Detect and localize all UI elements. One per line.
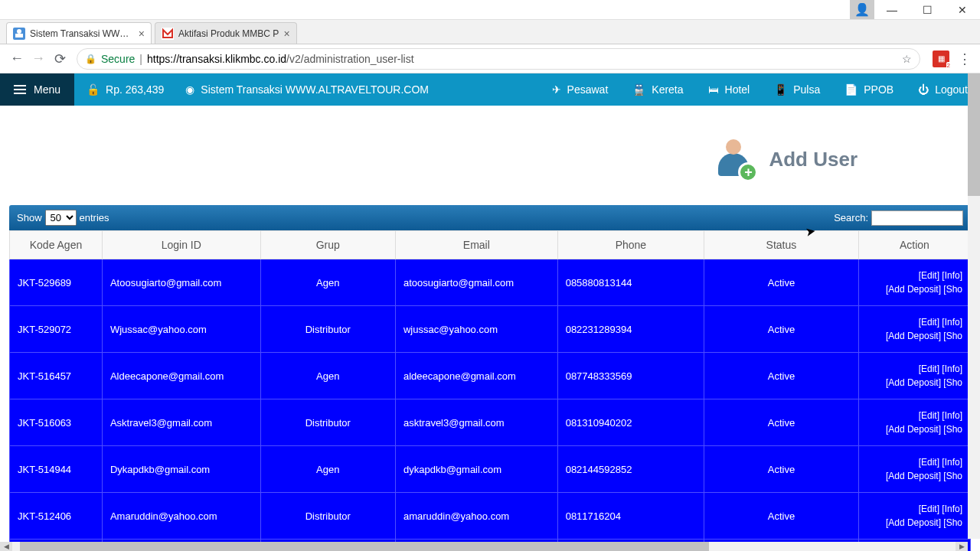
divider: | <box>139 53 142 65</box>
browser-tab-active[interactable]: Sistem Transaksi WWW.A × <box>6 22 152 44</box>
cell-status: Active <box>704 259 859 306</box>
col-phone[interactable]: Phone <box>557 231 704 259</box>
nav-kereta[interactable]: 🚆Kereta <box>620 73 695 106</box>
hamburger-icon <box>14 85 26 94</box>
cell-email: asktravel3@gmail.com <box>395 399 557 446</box>
cell-email: dykapdkb@gmail.com <box>395 446 557 493</box>
bed-icon: 🛏 <box>708 83 719 96</box>
svg-rect-1 <box>15 34 23 37</box>
cell-email: wjussac@yahoo.com <box>395 306 557 353</box>
page-size-select[interactable]: 50 <box>45 210 77 226</box>
unlock-icon: 🔓 <box>87 83 100 96</box>
cell-actions: [Edit] [Info][Add Deposit] [Sho <box>858 259 970 306</box>
col-kode[interactable]: Kode Agen <box>10 231 103 259</box>
menu-button[interactable]: Menu <box>0 73 74 106</box>
add-user-icon: + <box>712 136 758 182</box>
nav-reload-icon[interactable]: ⟳ <box>49 48 70 70</box>
action-deposit[interactable]: [Add Deposit] [Sho <box>886 471 962 481</box>
cell-login: Dykapdkb@gmail.com <box>102 446 260 493</box>
cell-status: Active <box>704 353 859 399</box>
tab-title: Sistem Transaksi WWW.A <box>30 28 134 39</box>
table-row[interactable]: JKT-529072Wjussac@yahoo.comDistributorwj… <box>10 306 971 353</box>
action-edit-info[interactable]: [Edit] [Info] <box>919 317 962 328</box>
add-user-button[interactable]: + Add User <box>0 106 980 205</box>
table-row[interactable]: JKT-512406Amaruddin@yahoo.comDistributor… <box>10 493 971 540</box>
browser-menu-icon[interactable]: ⋮ <box>956 51 974 67</box>
table-row[interactable]: JKT-514944Dykapdkb@gmail.comAgendykapdkb… <box>10 446 971 493</box>
window-titlebar: 👤 — ☐ ✕ <box>0 0 980 20</box>
action-edit-info[interactable]: [Edit] [Info] <box>919 364 962 374</box>
search-input[interactable] <box>871 210 963 226</box>
balance-display[interactable]: 🔓 Rp. 263,439 <box>74 73 176 106</box>
table-header-row: Kode Agen Login ID Grup Email Phone Stat… <box>10 231 971 259</box>
cell-phone: 081310940202 <box>557 399 704 446</box>
scroll-left-icon[interactable]: ◀ <box>0 542 12 551</box>
vertical-scrollbar[interactable] <box>968 73 980 539</box>
cell-login: Asktravel3@gmail.com <box>102 399 260 446</box>
action-edit-info[interactable]: [Edit] [Info] <box>919 270 962 281</box>
extension-icon[interactable]: ▦2 <box>933 51 949 67</box>
tab-close-icon[interactable]: × <box>139 28 145 40</box>
table-controls: Show 50 entries Search: <box>9 205 971 230</box>
scroll-right-icon[interactable]: ▶ <box>956 542 968 551</box>
nav-pulsa[interactable]: 📱Pulsa <box>762 73 832 106</box>
table-row[interactable]: JKT-529689Atoosugiarto@gmail.comAgenatoo… <box>10 259 971 306</box>
action-deposit[interactable]: [Add Deposit] [Sho <box>886 424 962 435</box>
window-minimize[interactable]: — <box>874 0 910 19</box>
cell-login: Amaruddin@yahoo.com <box>102 493 260 540</box>
cell-login: Wjussac@yahoo.com <box>102 306 260 353</box>
app-topnav: Menu 🔓 Rp. 263,439 ◉ Sistem Transaksi WW… <box>0 73 980 106</box>
cell-actions: [Edit] [Info][Add Deposit] [Sho <box>858 446 970 493</box>
bookmark-star-icon[interactable]: ☆ <box>902 53 912 65</box>
cell-actions: [Edit] [Info][Add Deposit] [Sho <box>858 399 970 446</box>
cell-kode: JKT-512406 <box>10 493 103 540</box>
action-edit-info[interactable]: [Edit] [Info] <box>919 504 962 514</box>
cell-kode: JKT-516457 <box>10 353 103 399</box>
user-table-container: Show 50 entries Search: Kode Agen Login … <box>9 205 971 551</box>
nav-ppob[interactable]: 📄PPOB <box>832 73 906 106</box>
omnibox[interactable]: 🔒 Secure | https://transaksi.klikmbc.co.… <box>77 48 920 70</box>
cell-phone: 085880813144 <box>557 259 704 306</box>
cell-phone: 082231289394 <box>557 306 704 353</box>
horizontal-scrollbar[interactable]: ◀ ▶ <box>0 542 968 551</box>
cell-status: Active <box>704 493 859 540</box>
url-text: https://transaksi.klikmbc.co.id/v2/admin… <box>147 53 414 65</box>
plane-icon: ✈ <box>552 83 561 96</box>
favicon-app-icon <box>13 28 25 40</box>
page-viewport: Menu 🔓 Rp. 263,439 ◉ Sistem Transaksi WW… <box>0 73 980 551</box>
window-close[interactable]: ✕ <box>945 0 980 19</box>
col-status[interactable]: Status <box>704 231 859 259</box>
action-edit-info[interactable]: [Edit] [Info] <box>919 410 962 421</box>
cell-status: Active <box>704 446 859 493</box>
window-maximize[interactable]: ☐ <box>910 0 945 19</box>
action-deposit[interactable]: [Add Deposit] [Sho <box>886 284 962 295</box>
favicon-gmail-icon <box>162 28 174 40</box>
phone-icon: 📱 <box>774 83 787 96</box>
action-deposit[interactable]: [Add Deposit] [Sho <box>886 331 962 341</box>
cell-grup: Agen <box>260 353 395 399</box>
menu-label: Menu <box>34 83 60 96</box>
table-row[interactable]: JKT-516457Aldeecapone@gmail.comAgenaldee… <box>10 353 971 399</box>
browser-tab[interactable]: Aktifasi Produk MMBC P × <box>155 22 297 44</box>
table-row[interactable]: JKT-516063Asktravel3@gmail.comDistributo… <box>10 399 971 446</box>
nav-back-icon[interactable]: ← <box>6 48 28 70</box>
user-profile-icon[interactable]: 👤 <box>850 0 874 19</box>
cell-grup: Agen <box>260 259 395 306</box>
col-email[interactable]: Email <box>395 231 557 259</box>
col-action[interactable]: Action <box>858 231 970 259</box>
nav-hotel[interactable]: 🛏Hotel <box>696 73 763 106</box>
action-deposit[interactable]: [Add Deposit] [Sho <box>886 377 962 388</box>
col-grup[interactable]: Grup <box>260 231 395 259</box>
train-icon: 🚆 <box>632 83 645 96</box>
col-login[interactable]: Login ID <box>102 231 260 259</box>
action-edit-info[interactable]: [Edit] [Info] <box>919 457 962 468</box>
nav-pesawat[interactable]: ✈Pesawat <box>540 73 621 106</box>
cell-phone: 0811716204 <box>557 493 704 540</box>
lock-icon: 🔒 <box>85 54 96 64</box>
cell-grup: Distributor <box>260 399 395 446</box>
cell-grup: Distributor <box>260 306 395 353</box>
action-deposit[interactable]: [Add Deposit] [Sho <box>886 517 962 528</box>
tab-close-icon[interactable]: × <box>283 28 289 40</box>
cell-login: Atoosugiarto@gmail.com <box>102 259 260 306</box>
balance-value: Rp. 263,439 <box>106 83 164 96</box>
